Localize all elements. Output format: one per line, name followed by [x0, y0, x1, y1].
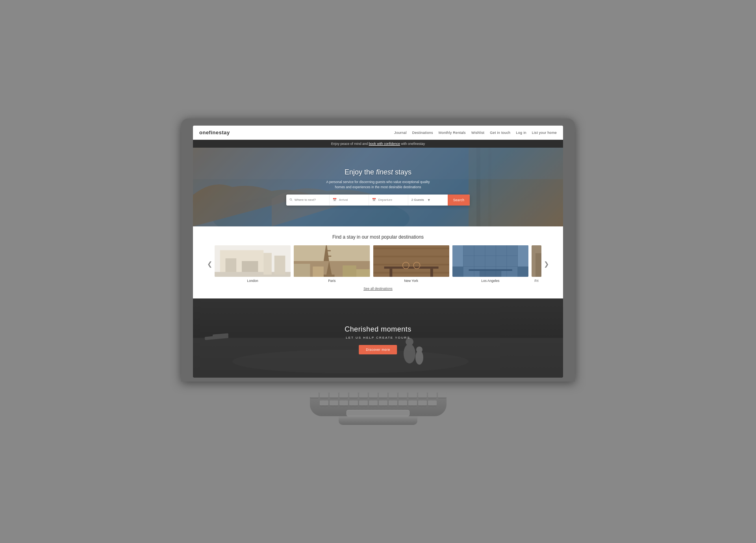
nav-journal[interactable]: Journal [394, 131, 407, 135]
key [389, 400, 397, 406]
destination-paris[interactable]: Paris [294, 245, 370, 283]
svg-rect-24 [343, 265, 356, 277]
cherished-title: Cherished moments [345, 325, 411, 334]
london-label: London [215, 279, 291, 283]
announcement-bar: Enjoy peace of mind and book with confid… [193, 140, 563, 148]
svg-rect-34 [430, 269, 433, 277]
svg-rect-29 [373, 256, 449, 257]
announcement-text: Enjoy peace of mind and book with confid… [331, 142, 425, 146]
key [418, 393, 427, 398]
los-angeles-label: Los Angeles [452, 279, 528, 283]
key [428, 400, 437, 406]
search-button[interactable]: Search [448, 195, 470, 206]
svg-point-59 [416, 347, 422, 353]
svg-point-6 [290, 198, 292, 200]
svg-rect-33 [389, 269, 392, 277]
key [369, 400, 378, 406]
key [359, 393, 368, 398]
key [349, 400, 358, 406]
svg-rect-22 [294, 263, 310, 276]
see-all-destinations: See all destinations [205, 287, 551, 291]
svg-rect-14 [274, 256, 285, 274]
svg-rect-50 [536, 253, 541, 277]
key [339, 393, 348, 398]
key [389, 393, 397, 398]
paris-image [294, 245, 370, 277]
destinations-grid: London [215, 245, 541, 283]
key [398, 393, 407, 398]
key [418, 400, 427, 406]
svg-rect-30 [373, 263, 449, 265]
key [330, 400, 338, 406]
key [408, 393, 417, 398]
nav-destinations[interactable]: Destinations [412, 131, 433, 135]
touchpad [346, 410, 410, 416]
laptop-stand [339, 416, 417, 425]
search-bar: 📅 Arrival 📅 Departure 2 Guests ▼ [286, 195, 470, 206]
fr-label: Fri [532, 279, 541, 283]
svg-line-7 [291, 200, 292, 201]
departure-field[interactable]: 📅 Departure [369, 195, 408, 206]
svg-rect-32 [384, 266, 438, 269]
destination-fr[interactable]: Fri [532, 245, 541, 283]
svg-rect-19 [324, 274, 335, 276]
cherished-subtitle: LET US HELP CREATE YOURS [345, 336, 411, 339]
svg-rect-48 [480, 271, 501, 276]
svg-rect-21 [325, 256, 332, 257]
destination-los-angeles[interactable]: Los Angeles [452, 245, 528, 283]
book-confidence-link[interactable]: book with confidence [369, 142, 400, 146]
hero-overlay: Enjoy the finest stays A personal servic… [193, 148, 563, 226]
new-york-label: New York [373, 279, 449, 283]
key [438, 393, 447, 398]
hero-section: Enjoy the finest stays A personal servic… [193, 148, 563, 226]
keyboard-row-1 [310, 393, 447, 398]
new-york-image [373, 245, 449, 277]
discover-more-button[interactable]: Discover more [359, 345, 397, 354]
arrival-calendar-icon: 📅 [333, 198, 337, 202]
departure-calendar-icon: 📅 [372, 198, 376, 202]
nav-list-home[interactable]: List your home [532, 131, 557, 135]
fr-image [532, 245, 541, 277]
arrival-field[interactable]: 📅 Arrival [330, 195, 369, 206]
carousel-next-button[interactable]: ❯ [541, 260, 551, 268]
svg-rect-23 [313, 266, 324, 276]
svg-rect-20 [325, 250, 331, 251]
cherished-content: Cherished moments LET US HELP CREATE YOU… [345, 325, 411, 354]
key [320, 400, 328, 406]
hero-title: Enjoy the finest stays [345, 168, 411, 176]
svg-rect-28 [373, 247, 449, 249]
los-angeles-image [452, 245, 528, 277]
key [408, 400, 417, 406]
key [379, 400, 387, 406]
where-field[interactable] [286, 195, 330, 206]
key [349, 393, 358, 398]
carousel-prev-button[interactable]: ❮ [205, 260, 215, 268]
nav-wishlist[interactable]: Wishlist [471, 131, 484, 135]
destinations-section: Find a stay in our most popular destinat… [193, 226, 563, 298]
key [428, 393, 437, 398]
see-all-link[interactable]: See all destinations [363, 287, 393, 291]
guests-field[interactable]: 2 Guests ▼ [408, 195, 448, 206]
key [330, 393, 338, 398]
nav-login[interactable]: Log in [516, 131, 526, 135]
navigation: onefinestay Journal Destinations Monthly… [193, 126, 563, 140]
search-icon [289, 198, 293, 202]
svg-rect-25 [356, 269, 370, 276]
cherished-section: Cherished moments LET US HELP CREATE YOU… [193, 298, 563, 378]
departure-label: Departure [378, 198, 393, 202]
key [379, 393, 387, 398]
svg-rect-31 [373, 272, 449, 273]
key [369, 393, 378, 398]
nav-get-in-touch[interactable]: Get in touch [490, 131, 510, 135]
site-logo[interactable]: onefinestay [199, 130, 230, 135]
arrival-label: Arrival [339, 198, 348, 202]
key [398, 400, 407, 406]
nav-monthly-rentals[interactable]: Monthly Rentals [439, 131, 466, 135]
destination-london[interactable]: London [215, 245, 291, 283]
search-input[interactable] [295, 198, 326, 202]
key [359, 400, 368, 406]
destination-new-york[interactable]: New York [373, 245, 449, 283]
svg-rect-47 [469, 269, 512, 271]
destinations-carousel: ❮ [205, 245, 551, 283]
chevron-down-icon: ▼ [427, 198, 431, 202]
